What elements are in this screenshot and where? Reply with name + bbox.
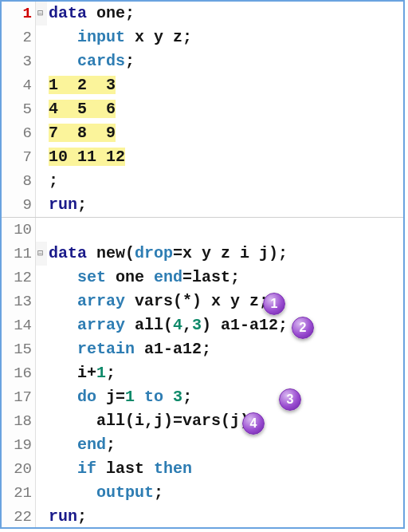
code-content[interactable]: ; (47, 169, 58, 193)
code-line[interactable]: 67 8 9 (2, 121, 403, 145)
line-number: 20 (2, 457, 36, 481)
code-content[interactable]: retain a1-a12; (47, 337, 211, 361)
line-number: 21 (2, 481, 36, 505)
code-content[interactable]: data new(drop=x y z i j); (47, 242, 288, 266)
line-number: 8 (2, 169, 36, 193)
code-content[interactable]: set one end=last; (47, 266, 240, 290)
code-line[interactable]: 10 (2, 218, 403, 242)
code-content[interactable]: run; (47, 505, 87, 529)
line-number: 5 (2, 97, 36, 121)
code-line[interactable]: 18 all(i,j)=vars(j); (2, 409, 403, 433)
line-number: 14 (2, 313, 36, 337)
line-number: 9 (2, 193, 36, 217)
code-content[interactable]: cards; (47, 49, 135, 73)
code-line[interactable]: 11⊟data new(drop=x y z i j); (2, 242, 403, 266)
code-editor[interactable]: 1⊟data one;2 input x y z;3 cards;41 2 35… (2, 2, 403, 529)
callout-badge: 1 (263, 293, 285, 315)
line-number: 12 (2, 266, 36, 290)
callout-badge: 2 (292, 317, 314, 339)
code-line[interactable]: 41 2 3 (2, 73, 403, 97)
line-number: 10 (2, 218, 36, 242)
line-number: 7 (2, 145, 36, 169)
code-content[interactable]: i+1; (47, 361, 116, 385)
code-line[interactable]: 15 retain a1-a12; (2, 337, 403, 361)
code-line[interactable]: 2 input x y z; (2, 26, 403, 49)
line-number: 17 (2, 385, 36, 409)
code-line[interactable]: 12 set one end=last; (2, 266, 403, 290)
line-number: 22 (2, 505, 36, 529)
code-content[interactable]: 7 8 9 (47, 121, 116, 145)
code-content[interactable]: array vars(*) x y z; (47, 290, 269, 313)
line-number: 11 (2, 242, 36, 266)
code-content[interactable]: 10 11 12 (47, 145, 125, 169)
line-number: 3 (2, 49, 36, 73)
code-content[interactable]: 1 2 3 (47, 73, 116, 97)
callout-badge: 4 (242, 412, 265, 435)
code-content[interactable]: data one; (47, 2, 135, 26)
code-line[interactable]: 16 i+1; (2, 361, 403, 385)
code-line[interactable]: 3 cards; (2, 49, 403, 73)
code-line[interactable]: 14 array all(4,3) a1-a12; (2, 313, 403, 337)
code-content[interactable]: 4 5 6 (47, 97, 116, 121)
line-number: 19 (2, 433, 36, 457)
code-line[interactable]: 8; (2, 169, 403, 193)
callout-badge: 3 (279, 388, 301, 411)
line-number: 1 (2, 2, 36, 26)
code-line[interactable]: 21 output; (2, 481, 403, 505)
code-content[interactable]: output; (47, 481, 163, 505)
code-content[interactable]: end; (47, 433, 116, 457)
code-line[interactable]: 17 do j=1 to 3; (2, 385, 403, 409)
code-content[interactable]: array all(4,3) a1-a12; (47, 313, 288, 337)
line-number: 6 (2, 121, 36, 145)
code-line[interactable]: 9run; (2, 193, 403, 218)
line-number: 16 (2, 361, 36, 385)
line-number: 18 (2, 409, 36, 433)
code-line[interactable]: 54 5 6 (2, 97, 403, 121)
code-content[interactable]: all(i,j)=vars(j); (47, 409, 259, 433)
code-line[interactable]: 20 if last then (2, 457, 403, 481)
fold-toggle[interactable]: ⊟ (36, 2, 47, 26)
code-line[interactable]: 1⊟data one; (2, 2, 403, 26)
line-number: 15 (2, 337, 36, 361)
code-line[interactable]: 19 end; (2, 433, 403, 457)
code-line[interactable]: 710 11 12 (2, 145, 403, 169)
code-content[interactable]: input x y z; (47, 26, 192, 49)
line-number: 13 (2, 290, 36, 313)
line-number: 4 (2, 73, 36, 97)
code-line[interactable]: 22run; (2, 505, 403, 529)
code-line[interactable]: 13 array vars(*) x y z; (2, 290, 403, 313)
line-number: 2 (2, 26, 36, 49)
fold-toggle[interactable]: ⊟ (36, 242, 47, 266)
code-content[interactable]: if last then (47, 457, 192, 481)
code-content[interactable]: do j=1 to 3; (47, 385, 192, 409)
code-content[interactable]: run; (47, 193, 87, 217)
